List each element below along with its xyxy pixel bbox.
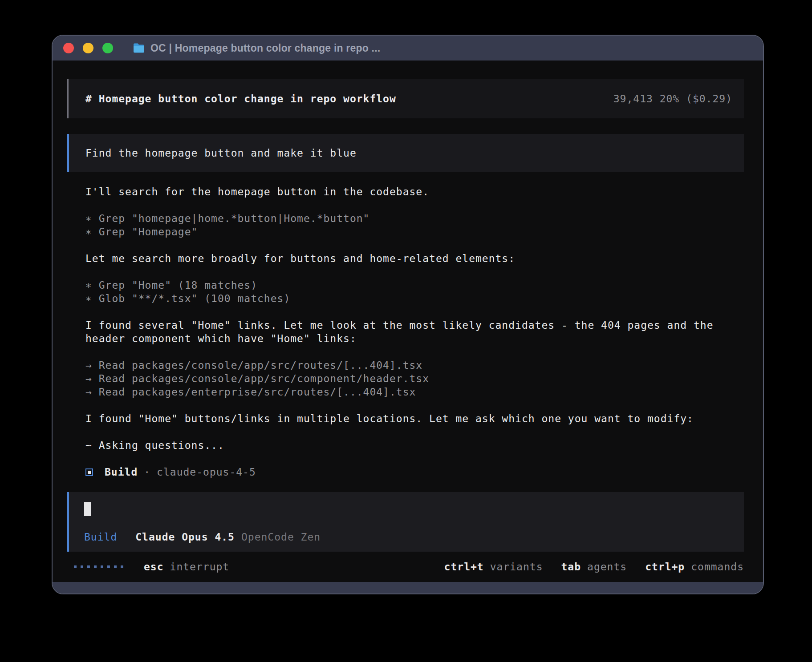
terminal-content: # Homepage button color change in repo w…: [53, 61, 763, 582]
session-header: # Homepage button color change in repo w…: [67, 79, 744, 118]
tool-call-group: ∗ Grep "homepage|home.*button|Home.*butt…: [85, 212, 744, 238]
spinner-dot: [87, 565, 90, 568]
agent-model: claude-opus-4-5: [157, 465, 256, 479]
assistant-paragraph: Let me search more broadly for buttons a…: [85, 252, 744, 265]
tool-call-group: ∗ Grep "Home" (18 matches) ∗ Glob "**/*.…: [85, 279, 744, 305]
window-bottom-edge: [53, 582, 763, 593]
minimize-button[interactable]: [83, 43, 93, 53]
status-bar-left: esc interrupt: [67, 560, 229, 573]
assistant-paragraph: I found "Home" buttons/links in multiple…: [85, 412, 744, 425]
key-ctrl-p: ctrl+p: [645, 560, 685, 573]
folder-icon: [133, 43, 145, 53]
titlebar[interactable]: OC | Homepage button color change in rep…: [53, 36, 763, 61]
tool-call-read: → Read packages/console/app/src/componen…: [85, 372, 744, 385]
prompt-input[interactable]: Build Claude Opus 4.5 OpenCode Zen: [67, 492, 744, 552]
asking-questions-status: ~ Asking questions...: [85, 439, 744, 452]
zoom-button[interactable]: [102, 43, 113, 53]
agent-separator: ·: [144, 465, 150, 479]
keyhint-variants: ctrl+t variants: [444, 560, 543, 573]
input-agent-label[interactable]: Build: [84, 530, 117, 544]
assistant-paragraph: ~ Asking questions...: [85, 439, 744, 452]
spinner-dot: [74, 565, 77, 568]
spinner-dot: [81, 565, 83, 568]
tool-call-read: → Read packages/console/app/src/routes/[…: [85, 359, 744, 372]
user-message-text: Find the homepage button and make it blu…: [85, 146, 357, 160]
agent-name: Build: [105, 465, 138, 479]
close-button[interactable]: [63, 43, 74, 53]
keyhint-commands-label: commands: [691, 560, 744, 573]
tool-call-read: → Read packages/enterprise/src/routes/[.…: [85, 385, 744, 399]
tool-call-grep: ∗ Grep "homepage|home.*button|Home.*butt…: [85, 212, 744, 225]
tool-call-grep: ∗ Grep "Home" (18 matches): [85, 279, 744, 292]
assistant-text-line: I found "Home" buttons/links in multiple…: [85, 412, 744, 425]
agent-build-icon: [85, 468, 93, 476]
tool-call-group: → Read packages/console/app/src/routes/[…: [85, 359, 744, 399]
status-bar-right: ctrl+t variants tab agents ctrl+p comman…: [426, 560, 744, 573]
user-message: Find the homepage button and make it blu…: [67, 134, 744, 172]
text-cursor: [84, 502, 91, 516]
input-model-label[interactable]: Claude Opus 4.5: [135, 530, 235, 544]
window-title: OC | Homepage button color change in rep…: [150, 42, 380, 54]
status-bar: esc interrupt ctrl+t variants tab agents…: [67, 559, 744, 574]
spinner-dot: [121, 565, 123, 568]
keyhint-variants-label: variants: [490, 560, 543, 573]
keyhint-commands: ctrl+p commands: [645, 560, 744, 573]
input-provider-label: OpenCode Zen: [241, 530, 321, 544]
assistant-transcript: I'll search for the homepage button in t…: [85, 185, 744, 479]
agent-build-icon-core: [88, 471, 91, 474]
spinner-dot: [94, 565, 97, 568]
key-esc: esc: [144, 560, 164, 573]
assistant-text-line: I'll search for the homepage button in t…: [85, 185, 744, 198]
tool-call-grep: ∗ Grep "Homepage": [85, 225, 744, 238]
tool-call-glob: ∗ Glob "**/*.tsx" (100 matches): [85, 292, 744, 305]
spinner-dot: [114, 565, 117, 568]
input-footer: Build Claude Opus 4.5 OpenCode Zen: [84, 530, 744, 544]
keyhint-agents: tab agents: [561, 560, 627, 573]
key-ctrl-t: ctrl+t: [444, 560, 484, 573]
spinner-dot: [101, 565, 103, 568]
assistant-text-line: I found several "Home" links. Let me loo…: [85, 319, 744, 345]
agent-status-line: Build · claude-opus-4-5: [85, 465, 744, 479]
keyhint-agents-label: agents: [587, 560, 627, 573]
keyhint-interrupt-label: interrupt: [170, 560, 230, 573]
session-title: # Homepage button color change in repo w…: [85, 92, 396, 105]
spinner-dot: [107, 565, 110, 568]
spinner-dots: [74, 565, 127, 568]
keyhint-interrupt: esc interrupt: [144, 560, 229, 573]
terminal-window: OC | Homepage button color change in rep…: [52, 35, 764, 594]
key-tab: tab: [561, 560, 581, 573]
assistant-paragraph: I'll search for the homepage button in t…: [85, 185, 744, 198]
assistant-paragraph: I found several "Home" links. Let me loo…: [85, 319, 744, 345]
assistant-text-line: Let me search more broadly for buttons a…: [85, 252, 744, 265]
session-stats: 39,413 20% ($0.29): [613, 92, 732, 105]
